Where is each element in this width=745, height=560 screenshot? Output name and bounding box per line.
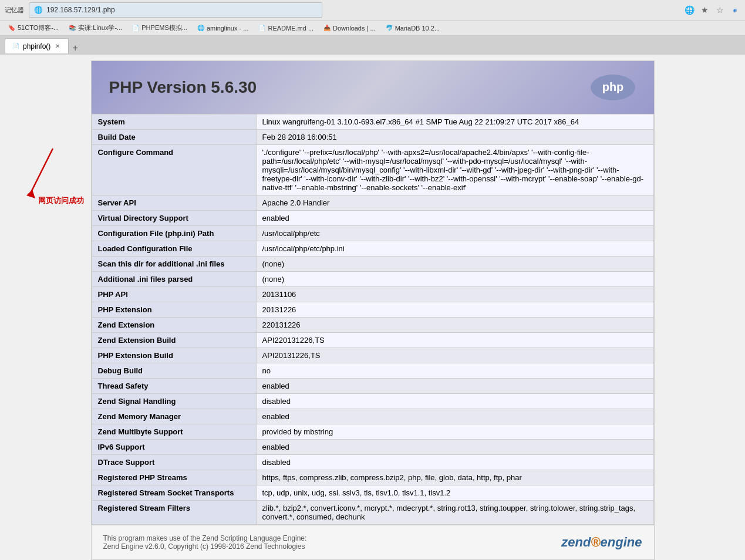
bookmark-mariadb[interactable]: 🐬 MariaDB 10.2... xyxy=(382,23,443,33)
browser-nav-icons: 🌐 ★ ☆ e xyxy=(684,5,740,15)
table-key: Additional .ini files parsed xyxy=(92,272,256,287)
bookmark-linux-icon: 📚 xyxy=(68,24,76,32)
table-value: no xyxy=(256,363,653,379)
bookmark-downloads-icon: 📥 xyxy=(323,24,331,32)
table-value: /usr/local/php/etc xyxy=(256,226,653,241)
phpinfo-table: SystemLinux wangruifeng-01 3.10.0-693.el… xyxy=(92,114,654,525)
table-value: 220131226 xyxy=(256,318,653,333)
tab-close-button[interactable]: ✕ xyxy=(54,42,61,50)
table-key: Server API xyxy=(92,195,256,211)
tab-phpinfo-icon: 📄 xyxy=(12,43,19,49)
table-key: PHP API xyxy=(92,287,256,302)
footer-text-block: This program makes use of the Zend Scrip… xyxy=(103,534,307,551)
table-value: /usr/local/php/etc/php.ini xyxy=(256,241,653,257)
tabs-bar: 📄 phpinfo() ✕ + xyxy=(0,36,745,55)
table-row: Additional .ini files parsed(none) xyxy=(92,272,653,287)
table-row: PHP Extension BuildAPI20131226,TS xyxy=(92,348,653,363)
table-value: Feb 28 2018 16:00:51 xyxy=(256,130,653,145)
bookmark-aminglinux[interactable]: 🌐 aminglinux - ... xyxy=(194,23,252,33)
table-value: (none) xyxy=(256,257,653,272)
table-value: Apache 2.0 Handler xyxy=(256,195,653,211)
ie-icon[interactable]: e xyxy=(730,5,740,15)
new-tab-button[interactable]: + xyxy=(69,43,81,53)
php-logo: php xyxy=(589,73,636,102)
bookmark-downloads[interactable]: 📥 Downloads | ... xyxy=(320,23,379,33)
globe-icon[interactable]: 🌐 xyxy=(684,5,695,15)
table-key: System xyxy=(92,114,256,130)
bookmark-aminglinux-icon: 🌐 xyxy=(197,24,205,32)
svg-line-0 xyxy=(29,149,53,195)
zend-logo: zend®engine xyxy=(561,535,642,550)
table-value: tcp, udp, unix, udg, ssl, sslv3, tls, tl… xyxy=(256,485,653,501)
table-key: Virtual Directory Support xyxy=(92,211,256,226)
table-key: Zend Signal Handling xyxy=(92,394,256,409)
bookmark-51cto[interactable]: 🔖 51CTO博客-... xyxy=(5,22,62,33)
table-row: Debug Buildno xyxy=(92,363,653,379)
annotation-arrow-svg xyxy=(6,143,76,237)
table-row: SystemLinux wangruifeng-01 3.10.0-693.el… xyxy=(92,114,653,130)
phpinfo-title: PHP Version 5.6.30 xyxy=(109,78,257,97)
table-value: enabled xyxy=(256,379,653,394)
page-content: 网页访问成功 PHP Version 5.6.30 php SystemLinu… xyxy=(0,55,745,560)
phpinfo-container: PHP Version 5.6.30 php SystemLinux wangr… xyxy=(91,60,655,560)
table-value: Linux wangruifeng-01 3.10.0-693.el7.x86_… xyxy=(256,114,653,130)
table-row: Zend Multibyte Supportprovided by mbstri… xyxy=(92,424,653,440)
table-row: Registered PHP Streamshttps, ftps, compr… xyxy=(92,470,653,485)
table-value: './configure' '--prefix=/usr/local/php' … xyxy=(256,145,653,195)
table-key: Zend Memory Manager xyxy=(92,409,256,424)
phpinfo-footer: This program makes use of the Zend Scrip… xyxy=(92,525,654,559)
star-icon[interactable]: ★ xyxy=(699,5,710,15)
annotation: 网页访问成功 xyxy=(6,143,76,238)
table-value: disabled xyxy=(256,394,653,409)
table-value: zlib.*, bzip2.*, convert.iconv.*, mcrypt… xyxy=(256,501,653,525)
table-value: enabled xyxy=(256,211,653,226)
table-key: Zend Extension Build xyxy=(92,333,256,348)
table-key: Registered PHP Streams xyxy=(92,470,256,485)
bookmark-readme-label: README.md ... xyxy=(268,25,313,32)
table-row: Zend Signal Handlingdisabled xyxy=(92,394,653,409)
table-row: DTrace Supportdisabled xyxy=(92,455,653,470)
table-row: IPv6 Supportenabled xyxy=(92,440,653,455)
tab-phpinfo[interactable]: 📄 phpinfo() ✕ xyxy=(5,38,69,53)
settings-icon[interactable]: ☆ xyxy=(714,5,725,15)
table-key: Zend Multibyte Support xyxy=(92,424,256,440)
table-value: https, ftps, compress.zlib, compress.bzi… xyxy=(256,470,653,485)
bookmark-mariadb-icon: 🐬 xyxy=(385,24,393,32)
table-row: Build DateFeb 28 2018 16:00:51 xyxy=(92,130,653,145)
table-key: Scan this dir for additional .ini files xyxy=(92,257,256,272)
phpinfo-header: PHP Version 5.6.30 php xyxy=(92,61,654,114)
table-row: Registered Stream Socket Transportstcp, … xyxy=(92,485,653,501)
bookmark-linux[interactable]: 📚 实课:Linux学-... xyxy=(65,22,125,33)
bookmark-phpems-icon: 📄 xyxy=(132,24,140,32)
table-key: Configure Command xyxy=(92,145,256,195)
bookmark-readme[interactable]: 📄 README.md ... xyxy=(255,23,316,33)
bookmark-51cto-label: 51CTO博客-... xyxy=(18,23,59,32)
table-key: Registered Stream Filters xyxy=(92,501,256,525)
table-value: 20131106 xyxy=(256,287,653,302)
table-row: Zend Extension220131226 xyxy=(92,318,653,333)
bookmark-downloads-label: Downloads | ... xyxy=(333,25,376,32)
table-key: PHP Extension Build xyxy=(92,348,256,363)
table-row: Loaded Configuration File/usr/local/php/… xyxy=(92,241,653,257)
table-value: disabled xyxy=(256,455,653,470)
table-row: PHP API20131106 xyxy=(92,287,653,302)
address-bar[interactable]: 🌐 192.168.57.129/1.php xyxy=(29,2,322,18)
table-row: Thread Safetyenabled xyxy=(92,379,653,394)
address-icon: 🌐 xyxy=(34,6,43,14)
bookmark-phpems-label: PHPEMS模拟... xyxy=(141,23,187,32)
tab-phpinfo-label: phpinfo() xyxy=(23,42,50,50)
table-row: Server APIApache 2.0 Handler xyxy=(92,195,653,211)
table-key: Zend Extension xyxy=(92,318,256,333)
browser-title: 记忆器 xyxy=(5,6,24,15)
table-value: API20131226,TS xyxy=(256,348,653,363)
bookmark-readme-icon: 📄 xyxy=(258,24,266,32)
bookmark-linux-label: 实课:Linux学-... xyxy=(78,23,122,32)
table-row: Zend Memory Managerenabled xyxy=(92,409,653,424)
table-value: API220131226,TS xyxy=(256,333,653,348)
table-row: Scan this dir for additional .ini files(… xyxy=(92,257,653,272)
table-key: Configuration File (php.ini) Path xyxy=(92,226,256,241)
table-key: IPv6 Support xyxy=(92,440,256,455)
table-value: enabled xyxy=(256,409,653,424)
table-row: Configure Command'./configure' '--prefix… xyxy=(92,145,653,195)
bookmark-phpems[interactable]: 📄 PHPEMS模拟... xyxy=(129,22,190,33)
